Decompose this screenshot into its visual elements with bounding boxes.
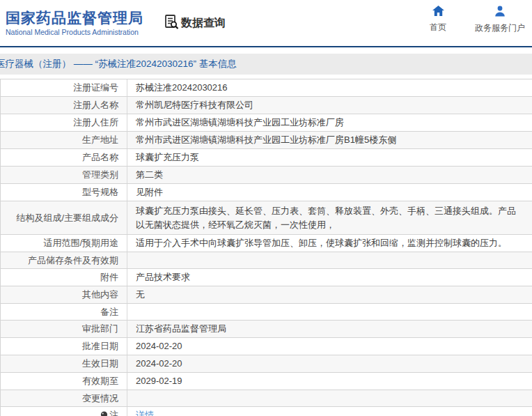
row-value-text: 无 [136,288,145,302]
row-value-text: 球囊扩充压力泵由接头、延长管、压力表、套筒、释放装置、外壳、手柄、三通接头组成。… [136,204,524,232]
table-row: 审批部门江苏省药品监督管理局 [1,321,532,338]
row-value-text: 球囊扩充压力泵 [136,151,199,164]
document-search-icon [164,14,179,32]
table-row: 管理类别第二类 [1,167,532,184]
row-label: 注册证编号 [1,79,127,96]
table-row: 其他内容无 [1,286,532,304]
note-bulb-icon [100,411,108,416]
row-value: 2024-02-20 [127,355,532,372]
row-label-text: 有效期至 [82,375,118,387]
row-label: 批准日期 [1,338,127,355]
row-label-text: 注册人名称 [73,99,118,111]
row-label-text: 型号规格 [82,186,118,199]
row-value-text: 2024-02-20 [136,357,182,371]
row-label: 型号规格 [1,184,127,201]
breadcrumb: 医疗器械（注册） —— “苏械注准20242030216” 基本信息 [0,58,237,70]
table-row: 注册证编号苏械注准20242030216 [1,79,532,97]
row-value-text: 2024-02-20 [136,339,182,353]
nav-gov-portal[interactable]: 政务服务门户 [475,6,525,34]
logo-title: 国家药品监督管理局 [6,10,143,26]
row-value-text: 常州市武进区湖塘镇湖塘科技产业园工业坊标准厂房 [136,116,344,130]
row-label: 备注 [1,304,127,320]
nav-gov-portal-label: 政务服务门户 [475,22,525,34]
nav-home-label: 首页 [430,22,446,33]
row-value: 球囊扩充压力泵 [127,149,532,166]
row-value: 常州市武进区湖塘镇湖塘科技产业园工业坊标准厂房 [127,114,532,131]
row-label-text: 附件 [100,271,118,284]
row-label: 结构及组成/主要组成成分 [1,201,127,234]
row-value: 第二类 [127,167,532,183]
row-label: 产品储存条件及有效期 [1,252,127,268]
row-value [127,304,532,320]
table-row: 产品名称球囊扩充压力泵 [1,149,532,167]
detail-link[interactable]: 详情 [136,408,154,416]
header-nav: 首页 政务服务门户 [422,6,525,34]
row-label-text: 生效日期 [82,357,118,370]
row-value: 2024-02-20 [127,338,532,355]
row-label-text: 产品名称 [82,151,118,164]
row-value-text: 产品技术要求 [136,270,190,284]
row-value-text: 第二类 [136,168,163,182]
row-value: 产品技术要求 [127,269,532,286]
table-row: 生效日期2024-02-20 [1,355,532,373]
logo-subtitle: National Medical Products Administration [6,28,143,36]
table-row: 型号规格见附件 [1,184,532,201]
row-value: 适用于介入手术中向球囊扩张导管加压、卸压，使球囊扩张和回缩，监测并控制球囊的压力… [127,235,532,252]
row-label-text: 注册证编号 [73,82,118,94]
user-icon [494,6,506,19]
table-row: 批准日期2024-02-20 [1,338,532,355]
row-label-text: 批准日期 [82,340,118,353]
row-label: 管理类别 [1,167,127,183]
row-label-text: 备注 [100,306,118,318]
row-value-text: 适用于介入手术中向球囊扩张导管加压、卸压，使球囊扩张和回缩，监测并控制球囊的压力… [136,236,507,250]
data-query-heading: 数据查询 [164,14,226,32]
row-label-text: 生产地址 [82,134,118,146]
row-value: 苏械注准20242030216 [127,79,532,96]
row-label: 变更情况 [1,390,127,406]
header-divider-line [0,46,532,47]
data-query-label: 数据查询 [181,16,226,31]
home-icon [432,6,444,18]
row-label: 注册人名称 [1,97,127,114]
row-label-text: 注 [109,409,118,416]
row-value: 常州市武进区湖塘镇湖塘科技产业园工业坊标准厂房B1幢5楼东侧 [127,132,532,148]
table-row: 备注 [1,304,532,321]
row-value: 见附件 [127,184,532,201]
table-row: 产品储存条件及有效期 [1,252,532,269]
row-value-text: 江苏省药品监督管理局 [136,322,226,336]
row-label: 审批部门 [1,321,127,337]
table-row: 注册人住所常州市武进区湖塘镇湖塘科技产业园工业坊标准厂房 [1,114,532,132]
row-label-text: 其他内容 [82,288,118,301]
row-label-text: 变更情况 [82,392,118,405]
breadcrumb-bar: 医疗器械（注册） —— “苏械注准20242030216” 基本信息 [0,54,532,75]
table-row: 注册人名称常州凯尼特医疗科技有限公司 [1,97,532,114]
table-row: 有效期至2029-02-19 [1,373,532,390]
nmpa-logo: 国家药品监督管理局 National Medical Products Admi… [6,10,143,36]
row-label-text: 审批部门 [82,323,118,335]
row-value: 2029-02-19 [127,373,532,390]
row-value: 无 [127,286,532,303]
table-row: 附件产品技术要求 [1,269,532,286]
row-label-text: 适用范围/预期用途 [43,237,118,249]
row-value: 详情 [127,407,532,416]
row-value-text: 常州凯尼特医疗科技有限公司 [136,98,253,112]
table-row: 注详情 [1,407,532,416]
row-label: 生效日期 [1,355,127,372]
row-label: 其他内容 [1,286,127,303]
table-row: 生产地址常州市武进区湖塘镇湖塘科技产业园工业坊标准厂房B1幢5楼东侧 [1,132,532,149]
row-label-text: 注册人住所 [73,116,118,129]
row-label: 生产地址 [1,132,127,148]
row-label-text: 结构及组成/主要组成成分 [16,212,118,224]
info-table: 注册证编号苏械注准20242030216注册人名称常州凯尼特医疗科技有限公司注册… [0,79,532,416]
table-row: 适用范围/预期用途适用于介入手术中向球囊扩张导管加压、卸压，使球囊扩张和回缩，监… [1,235,532,252]
row-label-text: 产品储存条件及有效期 [28,254,118,267]
row-value-text: 苏械注准20242030216 [136,81,228,95]
nav-home[interactable]: 首页 [422,6,454,34]
row-label: 有效期至 [1,373,127,390]
row-value-text: 2029-02-19 [136,374,182,388]
row-label-text: 管理类别 [82,169,118,181]
row-value: 常州凯尼特医疗科技有限公司 [127,97,532,114]
row-value-text: 见附件 [136,185,163,199]
row-label: 适用范围/预期用途 [1,235,127,252]
page-header: 国家药品监督管理局 National Medical Products Admi… [0,0,532,46]
